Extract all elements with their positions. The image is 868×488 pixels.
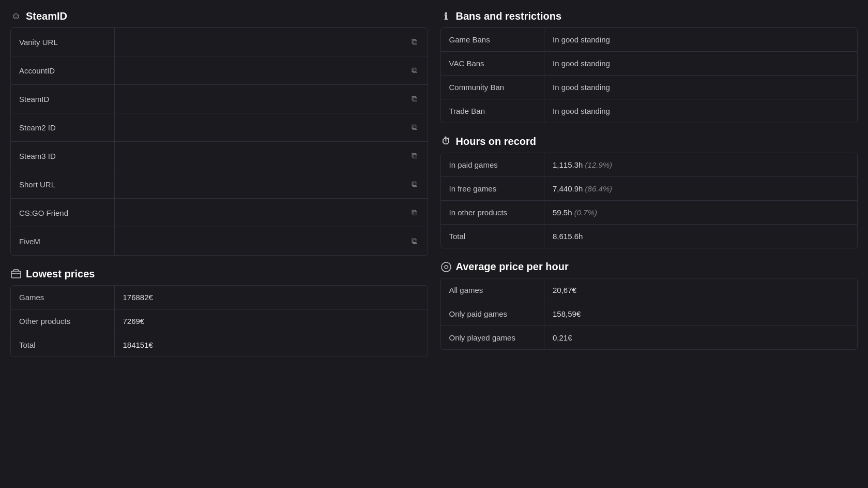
table-row: In free games 7,440.9h (86.4%) [441, 177, 858, 201]
free-games-value: 7,440.9h (86.4%) [544, 177, 858, 201]
bans-title: ℹ Bans and restrictions [440, 10, 858, 22]
copy-icon: ⧉ [412, 66, 417, 75]
steamid-title: ☺ SteamID [10, 10, 428, 22]
table-row: In paid games 1,115.3h (12.9%) [441, 153, 858, 177]
only-paid-games-label: Only paid games [441, 302, 544, 326]
steamid-icon: ☺ [10, 11, 22, 22]
all-games-label: All games [441, 278, 544, 302]
table-row: Steam3 ID ⧉ [11, 142, 428, 170]
table-row: Games 176882€ [11, 286, 428, 309]
bans-table-wrapper: Game Bans In good standing VAC Bans In g… [440, 27, 858, 123]
shorturl-copy-cell: ⧉ [401, 170, 428, 199]
lowest-prices-icon [10, 269, 22, 280]
fivem-label: FiveM [11, 227, 114, 256]
avg-price-table: All games 20,67€ Only paid games 158,59€… [441, 278, 858, 349]
lowest-prices-section: Lowest prices Games 176882€ Other produc… [10, 268, 428, 357]
only-paid-games-value: 158,59€ [544, 302, 858, 326]
steam3id-copy-button[interactable]: ⧉ [409, 149, 419, 162]
table-row: FiveM ⧉ [11, 227, 428, 256]
paid-games-value: 1,115.3h (12.9%) [544, 153, 858, 177]
hours-section: ⏱ Hours on record In paid games 1,115.3h… [440, 136, 858, 248]
steamid-table: Vanity URL ⧉ AccountID [11, 28, 428, 255]
table-row: Community Ban In good standing [441, 76, 858, 99]
steamid-label: SteamID [11, 85, 114, 113]
total-value: 184151€ [114, 333, 428, 357]
table-row: SteamID ⧉ [11, 85, 428, 113]
steamid-section: ☺ SteamID Vanity URL ⧉ [10, 10, 428, 256]
only-played-games-label: Only played games [441, 326, 544, 350]
table-row: AccountID ⧉ [11, 56, 428, 85]
steamid-copy-cell: ⧉ [401, 85, 428, 113]
steamid-copy-button[interactable]: ⧉ [409, 92, 419, 106]
hours-table: In paid games 1,115.3h (12.9%) In free g… [441, 153, 858, 248]
left-column: ☺ SteamID Vanity URL ⧉ [10, 10, 428, 357]
vac-bans-label: VAC Bans [441, 52, 544, 76]
table-row: Other products 7269€ [11, 309, 428, 333]
total-hours-value: 8,615.6h [544, 225, 858, 248]
table-row: Game Bans In good standing [441, 28, 858, 52]
games-value: 176882€ [114, 286, 428, 309]
csgofriend-copy-cell: ⧉ [401, 199, 428, 227]
copy-icon: ⧉ [412, 236, 417, 246]
game-bans-value: In good standing [544, 28, 858, 52]
table-row: Only played games 0,21€ [441, 326, 858, 350]
community-ban-label: Community Ban [441, 76, 544, 99]
avg-price-section: Average price per hour All games 20,67€ … [440, 261, 858, 350]
main-grid: ☺ SteamID Vanity URL ⧉ [10, 10, 858, 357]
copy-icon: ⧉ [412, 208, 417, 217]
steam3id-value [114, 142, 401, 170]
fivem-copy-button[interactable]: ⧉ [409, 234, 419, 248]
copy-icon: ⧉ [412, 151, 417, 160]
shorturl-value [114, 170, 401, 199]
lowest-prices-table: Games 176882€ Other products 7269€ Total… [11, 286, 428, 357]
accountid-copy-button[interactable]: ⧉ [409, 64, 419, 77]
copy-icon: ⧉ [412, 180, 417, 189]
only-played-games-value: 0,21€ [544, 326, 858, 350]
steam2id-copy-cell: ⧉ [401, 113, 428, 142]
paid-games-label: In paid games [441, 153, 544, 177]
csgofriend-copy-button[interactable]: ⧉ [409, 206, 419, 219]
shorturl-copy-button[interactable]: ⧉ [409, 178, 419, 191]
steamid-value [114, 85, 401, 113]
steamid-table-wrapper: Vanity URL ⧉ AccountID [10, 27, 428, 256]
vanity-url-value [114, 28, 401, 56]
avg-price-table-wrapper: All games 20,67€ Only paid games 158,59€… [440, 278, 858, 350]
csgofriend-value [114, 199, 401, 227]
vanity-url-copy-button[interactable]: ⧉ [409, 35, 419, 49]
trade-ban-label: Trade Ban [441, 99, 544, 123]
table-row: Total 8,615.6h [441, 225, 858, 248]
accountid-label: AccountID [11, 56, 114, 85]
total-label: Total [11, 333, 114, 357]
csgofriend-label: CS:GO Friend [11, 199, 114, 227]
steam2id-value [114, 113, 401, 142]
trade-ban-value: In good standing [544, 99, 858, 123]
avg-price-icon [440, 261, 452, 273]
table-row: Short URL ⧉ [11, 170, 428, 199]
table-row: CS:GO Friend ⧉ [11, 199, 428, 227]
steam3id-label: Steam3 ID [11, 142, 114, 170]
avg-price-title: Average price per hour [440, 261, 858, 273]
table-row: In other products 59.5h (0.7%) [441, 201, 858, 225]
steam2id-label: Steam2 ID [11, 113, 114, 142]
shorturl-label: Short URL [11, 170, 114, 199]
other-products-label: Other products [11, 309, 114, 333]
table-row: VAC Bans In good standing [441, 52, 858, 76]
steam2id-copy-button[interactable]: ⧉ [409, 121, 419, 134]
table-row: Steam2 ID ⧉ [11, 113, 428, 142]
games-label: Games [11, 286, 114, 309]
copy-icon: ⧉ [412, 123, 417, 132]
vanity-url-copy-cell: ⧉ [401, 28, 428, 56]
all-games-value: 20,67€ [544, 278, 858, 302]
fivem-copy-cell: ⧉ [401, 227, 428, 256]
total-hours-label: Total [441, 225, 544, 248]
hours-title: ⏱ Hours on record [440, 136, 858, 147]
fivem-value [114, 227, 401, 256]
vanity-url-label: Vanity URL [11, 28, 114, 56]
table-row: Trade Ban In good standing [441, 99, 858, 123]
game-bans-label: Game Bans [441, 28, 544, 52]
other-products-hours-value: 59.5h (0.7%) [544, 201, 858, 225]
other-products-hours-label: In other products [441, 201, 544, 225]
lowest-prices-table-wrapper: Games 176882€ Other products 7269€ Total… [10, 285, 428, 357]
vac-bans-value: In good standing [544, 52, 858, 76]
accountid-copy-cell: ⧉ [401, 56, 428, 85]
